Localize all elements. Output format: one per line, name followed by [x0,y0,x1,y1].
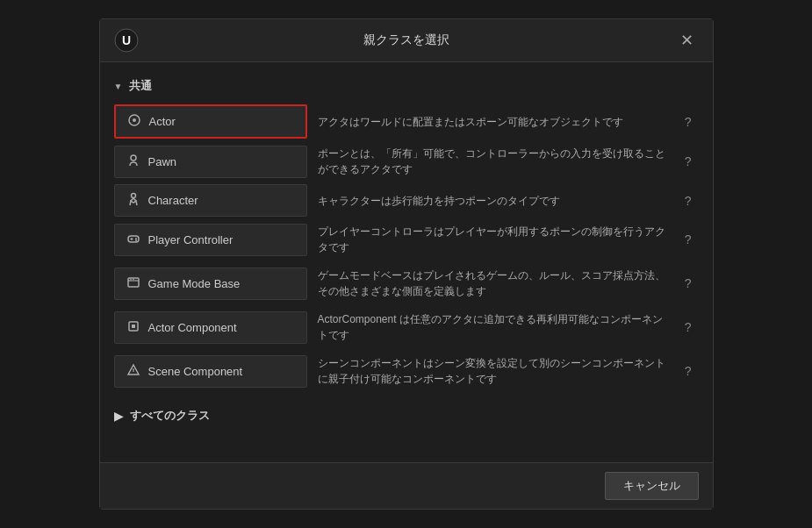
cancel-button[interactable]: キャンセル [605,472,699,500]
game-mode-base-label: Game Mode Base [148,277,241,290]
pawn-row: Pawn ポーンとは、「所有」可能で、コントローラーからの入力を受け取ることがで… [114,140,699,182]
game-mode-base-icon [126,275,141,292]
svg-point-11 [133,278,134,280]
scene-component-label: Scene Component [148,365,243,378]
actor-help-icon[interactable]: ? [678,115,699,129]
actor-icon [126,113,142,130]
ue-logo: U [114,28,139,53]
pawn-button[interactable]: Pawn [114,146,307,178]
character-help-icon[interactable]: ? [678,194,699,208]
pawn-icon [126,153,141,170]
svg-point-4 [131,155,136,161]
scene-component-description: シーンコンポーネントはシーン変換を設定して別のシーンコンポーネントに親子付け可能… [307,350,678,392]
section-all-arrow: ▶ [114,410,123,423]
section-all-label: すべてのクラス [130,408,210,424]
player-controller-button[interactable]: Player Controller [114,224,307,256]
player-controller-help-icon[interactable]: ? [678,232,699,246]
svg-rect-6 [128,236,139,242]
scene-component-row: Scene Component シーンコンポーネントはシーン変換を設定して別のシ… [114,350,699,392]
game-mode-base-help-icon[interactable]: ? [678,276,699,290]
actor-component-label: Actor Component [148,321,237,334]
actor-component-button[interactable]: Actor Component [114,311,307,344]
character-row: Character キャラクターは歩行能力を持つポーンのタイプです ? [114,184,699,217]
dialog-body: ▼ 共通 Actor アクタはワールドに配置またはスポーン可能なオブジェクトです… [100,62,713,462]
section-common-arrow: ▼ [114,82,123,91]
parent-class-dialog: U 親クラスを選択 ✕ ▼ 共通 Actor アクタはワールドに配置またはスポー… [99,18,714,510]
actor-component-description: ActorComponent は任意のアクタに追加できる再利用可能なコンポーネン… [307,306,678,348]
svg-point-7 [135,238,137,239]
player-controller-label: Player Controller [148,233,234,246]
dialog-footer: キャンセル [100,462,713,509]
section-common-label: 共通 [129,78,152,94]
dialog-title: 親クラスを選択 [139,32,675,48]
actor-row: Actor アクタはワールドに配置またはスポーン可能なオブジェクトです ? [114,104,699,139]
scene-component-button[interactable]: Scene Component [114,355,307,388]
actor-component-help-icon[interactable]: ? [678,320,699,334]
dialog-header: U 親クラスを選択 ✕ [100,19,713,62]
scene-component-icon [126,363,141,380]
actor-button[interactable]: Actor [114,104,307,139]
character-button[interactable]: Character [114,184,307,217]
svg-rect-13 [132,325,135,328]
character-description: キャラクターは歩行能力を持つポーンのタイプです [307,188,678,214]
svg-point-8 [135,239,137,241]
pawn-label: Pawn [148,155,177,168]
actor-description: アクタはワールドに配置またはスポーン可能なオブジェクトです [307,109,678,135]
player-controller-row: Player Controller プレイヤーコントローラはプレイヤーが利用する… [114,218,699,260]
svg-point-3 [133,118,136,122]
section-all-header[interactable]: ▶ すべてのクラス [114,403,699,429]
close-button[interactable]: ✕ [675,31,699,50]
pawn-help-icon[interactable]: ? [678,154,699,168]
character-icon [126,192,141,209]
svg-point-5 [131,194,135,198]
actor-label: Actor [149,115,176,128]
svg-point-10 [130,278,132,280]
player-controller-description: プレイヤーコントローラはプレイヤーが利用するポーンの制御を行うアクタです [307,218,678,260]
character-label: Character [148,194,198,207]
player-controller-icon [126,232,141,248]
scene-component-help-icon[interactable]: ? [678,364,699,378]
section-common-header[interactable]: ▼ 共通 [114,73,699,99]
actor-component-icon [126,319,141,336]
actor-component-row: Actor Component ActorComponent は任意のアクタに追… [114,306,699,348]
game-mode-base-description: ゲームモードベースはプレイされるゲームの、ルール、スコア採点方法、その他さまざま… [307,262,678,304]
svg-text:U: U [121,33,130,47]
pawn-description: ポーンとは、「所有」可能で、コントローラーからの入力を受け取ることができるアクタ… [307,140,678,182]
game-mode-base-button[interactable]: Game Mode Base [114,268,307,300]
class-list: Actor アクタはワールドに配置またはスポーン可能なオブジェクトです ? Pa… [114,104,699,392]
game-mode-base-row: Game Mode Base ゲームモードベースはプレイされるゲームの、ルール、… [114,262,699,304]
